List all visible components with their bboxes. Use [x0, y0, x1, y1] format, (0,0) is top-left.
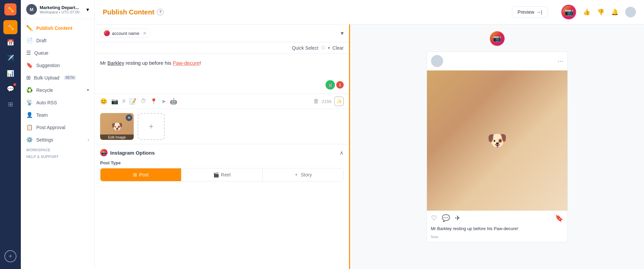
nav-section-workspace: Workspace [21, 146, 94, 153]
notification-icon[interactable]: 🔔 [611, 8, 618, 16]
notification-badge [13, 83, 16, 86]
quick-select-chevron-icon[interactable]: ▾ [328, 46, 330, 50]
share-icon[interactable]: ✈ [455, 214, 461, 222]
post-type-story-button[interactable]: ＋ Story [263, 168, 343, 181]
nav-item-label: Queue [34, 50, 48, 56]
sidebar-icon-compose[interactable]: ✏️ [3, 20, 17, 34]
sidebar-icon-bulk[interactable]: ⊞ [3, 97, 17, 111]
comment-icon[interactable]: 💬 [442, 214, 450, 222]
sidebar-icon-send[interactable]: ✈️ [3, 51, 17, 65]
nav-item-auto-rss[interactable]: 📡 Auto RSS [21, 96, 94, 109]
trash-icon[interactable]: 🗑 [313, 98, 319, 105]
account-bar: account name ✕ ▾ [95, 24, 349, 42]
suggestion-icon: 🔖 [26, 62, 33, 68]
instagram-options-label: Instagram Options [110, 150, 155, 156]
instagram-preview-icon[interactable]: 📷 [490, 31, 505, 46]
like-icon[interactable]: ♡ [431, 214, 437, 222]
hashtag-icon[interactable]: # [122, 98, 125, 105]
preview-platform-selector: 📷 [490, 31, 505, 46]
account-name: account name [112, 31, 139, 36]
nav-item-settings[interactable]: ⚙️ Settings › [21, 133, 94, 146]
nav-item-team[interactable]: 👤 Team [21, 109, 94, 121]
nav-item-label: Settings [36, 137, 53, 143]
nav-item-post-approval[interactable]: 📋 Post Approval [21, 121, 94, 133]
clock-icon[interactable]: ⏱ [140, 98, 146, 105]
nav-item-label: Team [36, 112, 48, 118]
text-editor[interactable]: Mr Barkley resting up before his Paw-dec… [95, 54, 349, 94]
nav-item-label: Auto RSS [36, 100, 57, 105]
document-icon[interactable]: 📝 [129, 98, 136, 105]
nav-item-publish-content[interactable]: ✏️ Publish Content [21, 22, 94, 34]
sidebar: ✏️ ✏️ 📅 ✈️ 📊 💬 ⊞ + [0, 0, 21, 269]
sidebar-icon-chat[interactable]: 💬 [3, 82, 17, 96]
add-workspace-button[interactable]: + [4, 250, 16, 262]
location-icon[interactable]: 📍 [150, 98, 157, 105]
mention-icon[interactable]: ➤ [161, 98, 166, 105]
preview-card-header: ⋯ [427, 52, 567, 70]
settings-icon: ⚙️ [26, 137, 33, 143]
post-label: Post [139, 172, 148, 177]
nav-item-label: Draft [36, 38, 46, 43]
story-icon: ＋ [294, 172, 299, 178]
nav-item-bulk-upload[interactable]: ⊞ Bulk Upload BETA [21, 71, 94, 84]
text-paw-decure: Paw-decure [173, 60, 200, 66]
nav-item-label: Suggestion [36, 63, 60, 68]
preview-caption: Mr Barkley resting up before his Paw-dec… [427, 225, 567, 235]
post-type-buttons: ⊞ Post 🎬 Reel ＋ Story [100, 168, 344, 181]
nav-item-suggestion[interactable]: 🔖 Suggestion [21, 59, 94, 71]
remove-account-button[interactable]: ✕ [143, 31, 147, 36]
emoji-icon[interactable]: 😊 [100, 98, 107, 105]
reel-icon: 🎬 [213, 172, 219, 177]
nav-items: ✏️ Publish Content 📄 Draft ☰ Queue 🔖 Sug… [21, 19, 94, 269]
settings-chevron-icon: › [88, 138, 89, 142]
nav-item-draft[interactable]: 📄 Draft [21, 34, 94, 47]
workspace-subtitle: Workspace • UTC-07:00 [40, 10, 84, 14]
story-label: Story [301, 172, 312, 177]
nav-item-queue[interactable]: ☰ Queue [21, 47, 94, 59]
add-media-button[interactable]: + [138, 113, 165, 140]
media-thumbnail[interactable]: 🐶 ✕ Edit Image [100, 113, 134, 140]
camera-icon[interactable]: 📷 [111, 98, 118, 105]
char-count: 2156 [322, 99, 332, 104]
sidebar-icon-calendar[interactable]: 📅 [3, 36, 17, 50]
preview-menu-icon[interactable]: ⋯ [557, 57, 563, 65]
help-icon[interactable]: ? [157, 9, 164, 15]
preview-image [427, 70, 567, 211]
feedback-icon[interactable]: 👍 [583, 8, 590, 16]
account-tag[interactable]: account name ✕ [100, 29, 151, 38]
dog-preview-image [427, 70, 567, 211]
header-right: Preview →| 📷 👍 👎 🔔 [512, 5, 636, 19]
preview-arrow-icon: →| [536, 9, 542, 15]
workspace-chevron-icon: ▾ [86, 6, 89, 13]
editor-area: account name ✕ ▾ Quick Select ⓘ ▾ Clear … [95, 24, 644, 269]
instagram-platform-icon[interactable]: 📷 [561, 5, 576, 19]
post-type-reel-button[interactable]: 🎬 Reel [181, 168, 262, 181]
post-text: Mr Barkley resting up before his Paw-dec… [100, 59, 344, 67]
text-mid: resting up before his [124, 60, 173, 66]
post-type-label: Post Type [100, 160, 344, 165]
preview-content: 📷 ⋯ ♡ 💬 ✈ � [350, 24, 644, 269]
quick-select-bar: Quick Select ⓘ ▾ Clear [95, 42, 349, 54]
dislike-icon[interactable]: 👎 [597, 8, 604, 16]
workspace-info: Marketing Depart... Workspace • UTC-07:0… [40, 5, 84, 14]
preview-button[interactable]: Preview →| [512, 6, 548, 18]
post-icon: ⊞ [133, 172, 137, 177]
quick-select-info-icon[interactable]: ⓘ [321, 45, 325, 51]
bot-icon[interactable]: 🤖 [170, 98, 177, 105]
account-dropdown-button[interactable]: ▾ [341, 30, 344, 37]
nav-item-recycle[interactable]: ♻️ Recycle ▾ [21, 84, 94, 96]
instagram-dot [104, 30, 110, 36]
sidebar-icon-analytics[interactable]: 📊 [3, 66, 17, 80]
bookmark-icon[interactable]: 🔖 [555, 214, 563, 222]
clear-button[interactable]: Clear [333, 45, 344, 51]
post-type-post-button[interactable]: ⊞ Post [100, 168, 181, 181]
remove-media-button[interactable]: ✕ [126, 114, 132, 121]
text-exclaim: ! [200, 60, 201, 66]
instagram-options-collapse-icon[interactable]: ∧ [340, 150, 344, 156]
instagram-options-header[interactable]: 📷 Instagram Options ∧ [100, 144, 344, 160]
app-logo[interactable]: ✏️ [4, 3, 16, 15]
magic-button[interactable]: ✨ [334, 97, 344, 106]
workspace-selector[interactable]: M Marketing Depart... Workspace • UTC-07… [21, 0, 94, 19]
ai-icon[interactable]: 🤖 [326, 80, 335, 90]
user-avatar[interactable] [625, 7, 636, 17]
